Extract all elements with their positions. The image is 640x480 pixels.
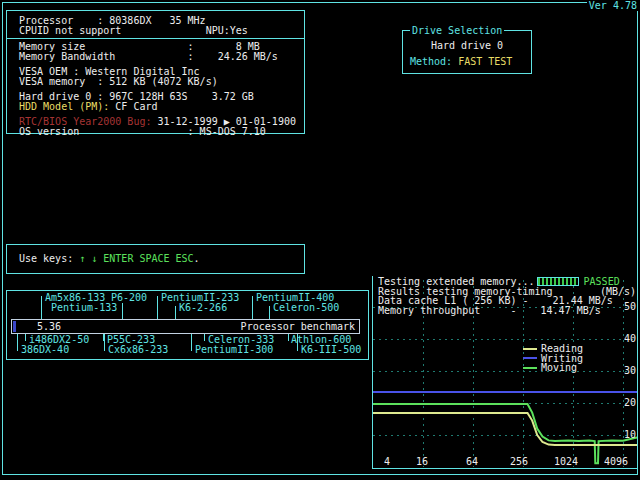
legend-swatch-moving <box>523 367 537 369</box>
x-tick-label: 4 <box>384 457 390 467</box>
legend-swatch-writing <box>523 357 537 359</box>
x-tick-label: 64 <box>466 457 478 467</box>
progress-bar <box>537 277 579 286</box>
dos-diagnostic-screen: Ver 4.78 Processor : 80386DX 35 MHzCPUID… <box>0 0 640 480</box>
chart-legend: ReadingWritingMoving <box>523 344 583 373</box>
y-tick-label: 40 <box>624 334 636 344</box>
legend-label: Moving <box>541 362 577 373</box>
legend-swatch-reading <box>523 348 537 350</box>
result-line: Memory throughput - 14.47 MB/s <box>378 306 638 316</box>
y-tick-label: 20 <box>624 398 636 408</box>
memory-timing-chart <box>0 0 640 480</box>
series-line-reading <box>373 413 637 445</box>
y-tick-label: 10 <box>624 430 636 440</box>
x-tick-label: 16 <box>416 457 428 467</box>
x-tick-label: 1024 <box>554 457 578 467</box>
x-tick-label: 4096 <box>604 457 628 467</box>
legend-row: Moving <box>523 363 583 373</box>
y-tick-label: 30 <box>624 366 636 376</box>
chart-units-label: (MB/s) <box>600 287 636 297</box>
x-tick-label: 256 <box>510 457 528 467</box>
